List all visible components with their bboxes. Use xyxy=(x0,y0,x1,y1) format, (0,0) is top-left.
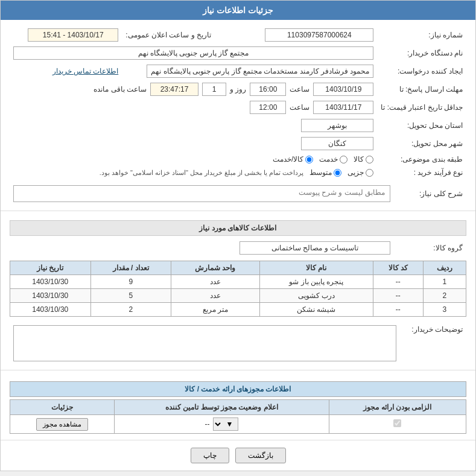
nam-dastgah-label: نام دستگاه خریدار: xyxy=(377,44,466,62)
permits-subheader: اطلاعات مجوزهای ارائه خدمت / کالا xyxy=(10,381,466,397)
farayand-note: پرداخت تمام یا بخشی از مبلغ خریدار محل "… xyxy=(100,169,304,177)
shomare-niaz-value: 1103097587000624 xyxy=(265,28,373,42)
sharh-table: شرح کلی نیاز: مطابق لیست و شرح پیوست xyxy=(10,183,466,205)
mohlat-ersal-label: مهلت ارسال پاسخ: تا xyxy=(377,80,466,98)
page-header: جزئیات اطلاعات نیاز xyxy=(1,1,475,20)
permit-elam-cell: ▼ -- xyxy=(115,415,329,434)
group-kala-label: گروه کالا: xyxy=(394,239,466,257)
notes-table: توضیحات خریدار: xyxy=(10,323,466,364)
sharh-kolli-label: شرح کلی نیاز: xyxy=(394,183,466,205)
ijad-konande-value: محمود فرشادفر کارمند مستخدمات مجتمع گاز … xyxy=(147,65,373,78)
tarikh-ersal-rooz: 1 xyxy=(202,83,226,96)
permit-elzami-cell xyxy=(329,415,466,434)
col-elam: اعلام وضعیت مجوز توسط تامین کننده xyxy=(115,400,329,415)
row-notes: توضیحات خریدار: xyxy=(10,323,466,364)
col-tarikh: تاریخ نیاز xyxy=(10,261,91,275)
ostan-value: بوشهر xyxy=(301,119,373,132)
table-row: 2--درب کشوییعدد51403/10/30 xyxy=(10,289,466,303)
row-sharh-kolli: شرح کلی نیاز: مطابق لیست و شرح پیوست xyxy=(10,183,466,205)
sharh-kolli-value: مطابق لیست و شرح پیوست xyxy=(13,185,390,202)
row-mohlat-ersal: مهلت ارسال پاسخ: تا 1403/10/19 ساعت 16:0… xyxy=(10,80,466,98)
saat-baqi-label: ساعت باقی مانده xyxy=(94,85,147,94)
col-tedad: تعداد / مقدار xyxy=(90,261,171,275)
main-container: جزئیات اطلاعات نیاز شماره نیاز: 11030975… xyxy=(0,0,476,471)
shahr-value: کنگان xyxy=(301,137,373,150)
tarikh-elan-value: 1403/10/17 - 15:41 xyxy=(28,28,118,42)
goods-table-body: 1--پنجره پایین باز شوعدد91403/10/302--در… xyxy=(10,275,466,317)
print-button[interactable]: چاپ xyxy=(191,448,229,463)
permit-row: ▼ -- مشاهده مجوز xyxy=(10,415,466,434)
row-shomare-niaz: شماره نیاز: 1103097587000624 تاریخ و ساع… xyxy=(10,26,466,44)
ostan-label: استان محل تحویل: xyxy=(377,116,466,135)
radio-khadamat[interactable]: خدمت xyxy=(319,155,347,163)
jadaval-tarikh-label: جداقل تاریخ اعتبار قیمت: تا xyxy=(377,98,466,116)
goods-table-header: ردیف کد کالا نام کالا واحد شمارش تعداد /… xyxy=(10,261,466,275)
permit-view-cell: مشاهده مجوز xyxy=(10,415,115,434)
permits-section: اطلاعات مجوزهای ارائه خدمت / کالا الزامی… xyxy=(1,370,475,440)
ijad-konande-label: ایجاد کننده درخواست: xyxy=(377,62,466,80)
row-tabaqeh: طبقه بندی موضوعی: کالا خدمت xyxy=(10,153,466,166)
col-vahed: واحد شمارش xyxy=(171,261,259,275)
col-kod-kala: کد کالا xyxy=(373,261,423,275)
radio-kala[interactable]: کالا xyxy=(354,155,373,163)
jadaval-tarikh-time: 12:00 xyxy=(250,101,286,114)
col-radif: ردیف xyxy=(423,261,466,275)
info-section: شماره نیاز: 1103097587000624 تاریخ و ساع… xyxy=(1,20,475,211)
permits-header: الزامی بودن ارائه مجوز اعلام وضعیت مجوز … xyxy=(10,400,466,415)
permit-elzami-checkbox xyxy=(393,419,401,427)
info-table: شماره نیاز: 1103097587000624 تاریخ و ساع… xyxy=(10,26,466,179)
notes-value xyxy=(13,325,396,361)
noe-farayand-label: نوع فرآیند خرید : xyxy=(377,166,466,179)
group-kala-table: گروه کالا: تاسیسات و مصالح ساختمانی xyxy=(10,239,466,257)
page-title: جزئیات اطلاعات نیاز xyxy=(203,5,273,15)
row-ostan: استان محل تحویل: بوشهر xyxy=(10,116,466,135)
tarikh-ersal-time: 16:00 xyxy=(250,83,286,96)
col-nam-kala: نام کالا xyxy=(259,261,373,275)
tarikh-ersal-date: 1403/10/19 xyxy=(313,83,373,96)
back-button[interactable]: بازگشت xyxy=(235,448,286,463)
radio-kala-khadamat[interactable]: کالا/خدمت xyxy=(273,155,313,163)
radio-motavaset[interactable]: متوسط xyxy=(309,168,341,177)
row-nam-dastgah: نام دستگاه خریدار: مجتمع گاز پارس جنوبی … xyxy=(10,44,466,62)
col-joziyat: جزئیات xyxy=(10,400,115,415)
shomare-niaz-label: شماره نیاز: xyxy=(377,26,466,44)
radio-jozii[interactable]: جزیی xyxy=(347,168,373,177)
row-noe-farayand: نوع فرآیند خرید : جزیی متوسط پرداخت تمام… xyxy=(10,166,466,179)
row-ijad-konande: ایجاد کننده درخواست: محمود فرشادفر کارمن… xyxy=(10,62,466,80)
jadaval-tarikh-date: 1403/11/17 xyxy=(313,101,373,114)
bottom-buttons: بازگشت چاپ xyxy=(1,440,475,471)
goods-table: ردیف کد کالا نام کالا واحد شمارش تعداد /… xyxy=(10,261,466,317)
nam-dastgah-value: مجتمع گاز پارس جنوبی پالایشگاه نهم xyxy=(13,46,373,60)
row-group-kala: گروه کالا: تاسیسات و مصالح ساختمانی xyxy=(10,239,466,257)
permit-elam-value: -- xyxy=(205,420,209,428)
kalaha-section: اطلاعات کالاهای مورد نیاز گروه کالا: تاس… xyxy=(1,211,475,370)
table-row: 3--شیشه نشکنمتر مربع21403/10/30 xyxy=(10,303,466,317)
permit-view-button[interactable]: مشاهده مجوز xyxy=(36,418,88,431)
row-shahr: شهر محل تحویل: کنگان xyxy=(10,135,466,153)
shahr-label: شهر محل تحویل: xyxy=(377,135,466,153)
tarikh-ersal-saat-baqi: 23:47:17 xyxy=(150,83,198,96)
tarikh-elan-label: تاریخ و ساعت اعلان عمومی: xyxy=(122,26,215,44)
ettelaat-tamas-link[interactable]: اطلاعات تماس خریدار xyxy=(52,67,119,75)
tabaqeh-label: طبقه بندی موضوعی: xyxy=(377,153,466,166)
row-jadaval-tarikh: جداقل تاریخ اعتبار قیمت: تا 1403/11/17 س… xyxy=(10,98,466,116)
permit-elam-select[interactable]: ▼ xyxy=(213,417,238,431)
kalaha-section-title: اطلاعات کالاهای مورد نیاز xyxy=(10,220,466,236)
table-row: 1--پنجره پایین باز شوعدد91403/10/30 xyxy=(10,275,466,289)
permits-table: الزامی بودن ارائه مجوز اعلام وضعیت مجوز … xyxy=(10,399,466,434)
group-kala-value: تاسیسات و مصالح ساختمانی xyxy=(240,241,390,255)
col-elzami: الزامی بودن ارائه مجوز xyxy=(329,400,466,415)
notes-label: توضیحات خریدار: xyxy=(400,323,466,364)
